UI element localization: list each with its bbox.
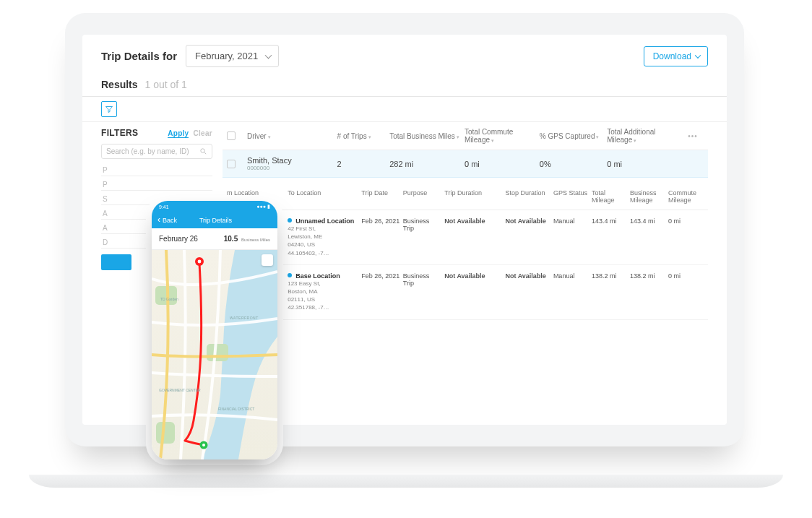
filter-row[interactable]: P [101, 181, 212, 191]
col-business-miles[interactable]: Total Business Miles [389, 132, 465, 140]
svg-text:TD Garden: TD Garden [160, 297, 178, 301]
more-columns-button[interactable]: ••• [682, 132, 704, 140]
col-stop-duration[interactable]: Stop Duration [505, 189, 550, 204]
cell-purpose: Business Trip [403, 217, 441, 232]
col-commute-mileage[interactable]: Total Commute Mileage [465, 128, 540, 144]
apply-button[interactable]: Apply [168, 129, 189, 138]
phone-time: 9:41 [159, 204, 169, 210]
download-button[interactable]: Download [644, 46, 708, 66]
filter-icon [105, 105, 113, 113]
cell-commute-mileage: 0 mi [465, 160, 540, 168]
to-location-name: Base Location [288, 272, 358, 280]
row-checkbox[interactable] [227, 160, 236, 168]
cell-business-miles: 282 mi [389, 160, 465, 168]
summary-header-row: Driver # of Trips Total Business Miles T… [223, 122, 708, 150]
cell-business-mileage: 143.4 mi [630, 217, 665, 225]
results-count: 1 out of 1 [144, 79, 186, 90]
select-all-checkbox[interactable] [227, 131, 236, 140]
svg-point-0 [201, 149, 205, 153]
phone-screen-title: Trip Details [177, 217, 254, 224]
trip-row[interactable]: Base Location 123 Easy St,Boston, MA0211… [223, 210, 708, 265]
col-total-mileage[interactable]: Total Mileage [592, 189, 627, 204]
cell-stop-duration: Not Available [505, 217, 550, 225]
trip-row[interactable]: N/A 42 First St,Lewiston, ME04240, US44.… [223, 265, 708, 320]
to-location-addr: 42 First St,Lewiston, ME04240, US44.1054… [288, 225, 358, 257]
month-selector[interactable]: February, 2021 [186, 45, 279, 67]
page-title: Trip Details for [101, 50, 177, 62]
svg-rect-2 [207, 344, 228, 361]
col-trip-duration[interactable]: Trip Duration [444, 189, 502, 204]
trip-miles-unit: Business Miles [241, 238, 270, 242]
svg-text:FINANCIAL DISTRICT: FINANCIAL DISTRICT [218, 407, 254, 411]
cell-trip-duration: Not Available [444, 217, 502, 225]
cell-commute-mileage: 0 mi [668, 217, 704, 225]
phone-back-button[interactable]: Back [157, 217, 177, 224]
filter-row[interactable]: P [101, 166, 212, 176]
col-to[interactable]: To Location [288, 189, 358, 204]
trip-date-row: February 26 10.5 Business Miles [152, 228, 277, 250]
search-input[interactable]: Search (e.g. by name, ID) [101, 144, 212, 159]
results-summary: Results 1 out of 1 [82, 74, 727, 97]
to-location-addr: 123 Easy St,Boston, MA02111, US42.351788… [288, 280, 358, 312]
cell-gps-status: Manual [553, 272, 589, 280]
trip-miles-value: 10.5 [224, 235, 238, 243]
col-trips[interactable]: # of Trips [337, 132, 390, 140]
cell-gps-status: Manual [553, 217, 589, 225]
col-purpose[interactable]: Purpose [403, 189, 441, 204]
svg-text:WATERFRONT: WATERFRONT [230, 316, 259, 320]
cell-commute-mileage: 0 mi [668, 272, 704, 280]
phone-nav-bar: Back Trip Details [152, 212, 277, 228]
svg-text:GOVERNMENT CENTER: GOVERNMENT CENTER [159, 388, 201, 392]
cell-trip-duration: Not Available [444, 272, 502, 280]
col-gps-status[interactable]: GPS Status [553, 189, 589, 204]
to-location-name: Unnamed Location [288, 217, 358, 225]
svg-point-5 [198, 260, 202, 264]
driver-name: Smith, Stacy [247, 156, 292, 165]
map-svg: TD Garden WATERFRONT GOVERNMENT CENTER F… [152, 250, 277, 459]
svg-rect-1 [155, 286, 177, 305]
signal-icons: ●●● ▮ [256, 204, 270, 210]
filters-heading: FILTERS [101, 128, 138, 138]
col-additional-mileage[interactable]: Total Additional Mileage [607, 128, 682, 144]
search-placeholder: Search (e.g. by name, ID) [106, 147, 189, 155]
phone-status-bar: 9:41 ●●● ▮ [152, 201, 277, 212]
driver-id: 0000000 [247, 165, 337, 171]
svg-point-7 [202, 444, 205, 446]
cell-business-mileage: 138.2 mi [630, 272, 665, 280]
trip-header-row: m Location To Location Trip Date Purpose… [223, 178, 708, 210]
cell-purpose: Business Trip [403, 272, 441, 287]
col-gps-captured[interactable]: % GPS Captured [540, 132, 607, 140]
clear-button[interactable]: Clear [193, 129, 212, 137]
trip-map[interactable]: TD Garden WATERFRONT GOVERNMENT CENTER F… [152, 250, 277, 459]
trip-date-label: February 26 [159, 235, 198, 243]
phone-mockup: 9:41 ●●● ▮ Back Trip Details February 26… [152, 201, 277, 459]
laptop-base [29, 475, 783, 488]
cell-total-mileage: 143.4 mi [592, 217, 627, 225]
filter-toggle-button[interactable] [101, 101, 117, 117]
col-commute-mileage[interactable]: Commute Mileage [668, 189, 704, 204]
cell-trip-date: Feb 26, 2021 [361, 272, 399, 280]
search-icon [199, 147, 207, 155]
driver-summary-row[interactable]: Smith, Stacy 0000000 2 282 mi 0 mi 0% 0 … [223, 150, 708, 178]
col-trip-date[interactable]: Trip Date [361, 189, 399, 204]
cell-trips: 2 [337, 160, 390, 168]
expand-map-button[interactable] [262, 254, 273, 266]
col-business-mileage[interactable]: Business Mileage [630, 189, 665, 204]
cell-additional-mileage: 0 mi [607, 160, 682, 168]
filter-primary-button[interactable] [101, 254, 131, 270]
cell-total-mileage: 138.2 mi [592, 272, 627, 280]
cell-gps-captured: 0% [540, 160, 607, 168]
col-driver[interactable]: Driver [247, 132, 337, 140]
svg-rect-3 [156, 422, 175, 444]
results-label: Results [101, 79, 138, 90]
cell-stop-duration: Not Available [505, 272, 550, 280]
cell-trip-date: Feb 26, 2021 [361, 217, 399, 225]
